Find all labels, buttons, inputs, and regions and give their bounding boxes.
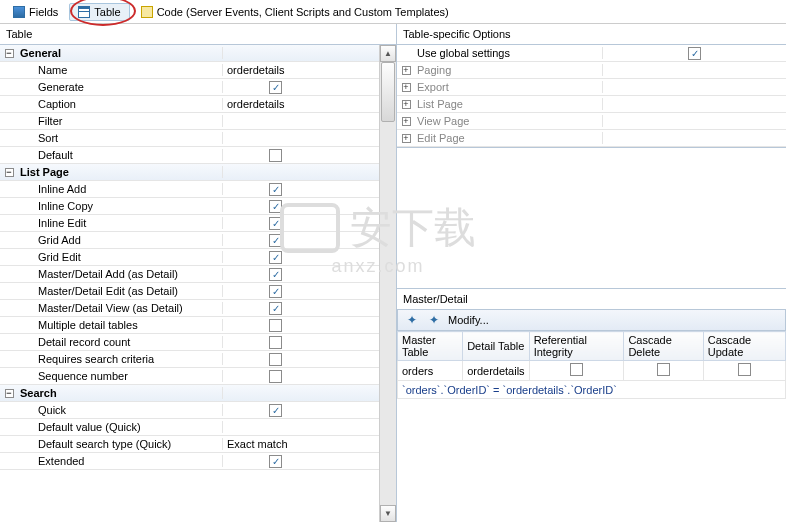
property-checkbox[interactable] — [269, 149, 282, 162]
property-grid: −GeneralNameorderdetailsGenerate✓Caption… — [0, 44, 396, 522]
property-row[interactable]: Nameorderdetails — [0, 62, 379, 79]
table-row[interactable]: orders orderdetails — [398, 361, 786, 381]
tab-label: Fields — [29, 6, 58, 18]
expand-icon[interactable]: + — [402, 66, 411, 75]
property-value[interactable]: Exact match — [227, 438, 288, 450]
expand-icon[interactable]: + — [402, 134, 411, 143]
group-header[interactable]: −General — [0, 45, 379, 62]
property-name: Sequence number — [18, 370, 223, 382]
tab-table[interactable]: Table — [69, 3, 129, 21]
collapse-icon[interactable]: − — [5, 389, 14, 398]
option-section[interactable]: +Paging — [397, 62, 786, 79]
property-row[interactable]: Default search type (Quick)Exact match — [0, 436, 379, 453]
cu-checkbox[interactable] — [738, 363, 751, 376]
tab-code[interactable]: Code (Server Events, Client Scripts and … — [132, 3, 458, 21]
property-name: Inline Add — [18, 183, 223, 195]
property-checkbox[interactable]: ✓ — [269, 251, 282, 264]
column-header[interactable]: Cascade Update — [703, 332, 785, 361]
property-row[interactable]: Sequence number — [0, 368, 379, 385]
property-checkbox[interactable]: ✓ — [269, 285, 282, 298]
master-detail-title: Master/Detail — [397, 289, 786, 309]
property-name: Caption — [18, 98, 223, 110]
property-row[interactable]: Filter — [0, 113, 379, 130]
expand-icon[interactable]: + — [402, 117, 411, 126]
property-row[interactable]: Generate✓ — [0, 79, 379, 96]
property-name: Master/Detail Edit (as Detail) — [18, 285, 223, 297]
section-name: View Page — [415, 115, 603, 127]
master-detail-table: Master TableDetail TableReferential Inte… — [397, 331, 786, 399]
property-name: Master/Detail Add (as Detail) — [18, 268, 223, 280]
property-row[interactable]: Requires search criteria — [0, 351, 379, 368]
expand-icon[interactable]: + — [402, 100, 411, 109]
property-checkbox[interactable]: ✓ — [269, 455, 282, 468]
modify-link[interactable]: Modify... — [448, 314, 489, 326]
sql-expression: `orders`.`OrderID` = `orderdetails`.`Ord… — [398, 381, 786, 399]
property-value[interactable]: orderdetails — [227, 64, 284, 76]
property-row[interactable]: Quick✓ — [0, 402, 379, 419]
option-section[interactable]: +Export — [397, 79, 786, 96]
add-icon[interactable]: ✦ — [404, 312, 420, 328]
column-header[interactable]: Detail Table — [463, 332, 529, 361]
group-header[interactable]: −Search — [0, 385, 379, 402]
property-checkbox[interactable]: ✓ — [269, 234, 282, 247]
property-checkbox[interactable]: ✓ — [269, 404, 282, 417]
property-checkbox[interactable] — [269, 353, 282, 366]
section-name: Export — [415, 81, 603, 93]
scroll-up-button[interactable]: ▲ — [380, 45, 396, 62]
property-row[interactable]: Master/Detail Add (as Detail)✓ — [0, 266, 379, 283]
collapse-icon[interactable]: − — [5, 168, 14, 177]
property-checkbox[interactable]: ✓ — [269, 200, 282, 213]
property-row[interactable]: Detail record count — [0, 334, 379, 351]
cd-checkbox[interactable] — [657, 363, 670, 376]
property-row[interactable]: Sort — [0, 130, 379, 147]
property-row[interactable]: Master/Detail View (as Detail)✓ — [0, 300, 379, 317]
property-row[interactable]: Multiple detail tables — [0, 317, 379, 334]
property-row[interactable]: Grid Edit✓ — [0, 249, 379, 266]
property-row[interactable]: Extended✓ — [0, 453, 379, 470]
section-name: List Page — [415, 98, 603, 110]
table-icon — [78, 6, 90, 18]
property-row[interactable]: Inline Copy✓ — [0, 198, 379, 215]
remove-icon[interactable]: ✦ — [426, 312, 442, 328]
table-row: `orders`.`OrderID` = `orderdetails`.`Ord… — [398, 381, 786, 399]
property-name: Filter — [18, 115, 223, 127]
property-name: Generate — [18, 81, 223, 93]
property-name: Name — [18, 64, 223, 76]
option-section[interactable]: +View Page — [397, 113, 786, 130]
property-row[interactable]: Default — [0, 147, 379, 164]
property-checkbox[interactable] — [269, 336, 282, 349]
scroll-down-button[interactable]: ▼ — [380, 505, 396, 522]
property-row[interactable]: Inline Edit✓ — [0, 215, 379, 232]
property-row[interactable]: Master/Detail Edit (as Detail)✓ — [0, 283, 379, 300]
global-settings-checkbox[interactable]: ✓ — [688, 47, 701, 60]
scroll-thumb[interactable] — [381, 62, 395, 122]
property-name: Multiple detail tables — [18, 319, 223, 331]
tab-fields[interactable]: Fields — [4, 3, 67, 21]
property-checkbox[interactable]: ✓ — [269, 81, 282, 94]
property-checkbox[interactable]: ✓ — [269, 183, 282, 196]
option-section[interactable]: +Edit Page — [397, 130, 786, 147]
property-checkbox[interactable]: ✓ — [269, 302, 282, 315]
collapse-icon[interactable]: − — [5, 49, 14, 58]
property-checkbox[interactable] — [269, 370, 282, 383]
property-row[interactable]: Default value (Quick) — [0, 419, 379, 436]
expand-icon[interactable]: + — [402, 83, 411, 92]
column-header[interactable]: Referential Integrity — [529, 332, 624, 361]
property-row[interactable]: Captionorderdetails — [0, 96, 379, 113]
md-toolbar: ✦ ✦ Modify... — [397, 309, 786, 331]
tab-bar: Fields Table Code (Server Events, Client… — [0, 0, 786, 24]
option-row-global: Use global settings ✓ — [397, 45, 786, 62]
detail-table-cell: orderdetails — [463, 361, 529, 381]
property-row[interactable]: Grid Add✓ — [0, 232, 379, 249]
property-row[interactable]: Inline Add✓ — [0, 181, 379, 198]
option-section[interactable]: +List Page — [397, 96, 786, 113]
column-header[interactable]: Master Table — [398, 332, 463, 361]
ri-checkbox[interactable] — [570, 363, 583, 376]
property-checkbox[interactable] — [269, 319, 282, 332]
property-value[interactable]: orderdetails — [227, 98, 284, 110]
vertical-scrollbar[interactable]: ▲ ▼ — [379, 45, 396, 522]
column-header[interactable]: Cascade Delete — [624, 332, 703, 361]
property-checkbox[interactable]: ✓ — [269, 217, 282, 230]
group-header[interactable]: −List Page — [0, 164, 379, 181]
property-checkbox[interactable]: ✓ — [269, 268, 282, 281]
